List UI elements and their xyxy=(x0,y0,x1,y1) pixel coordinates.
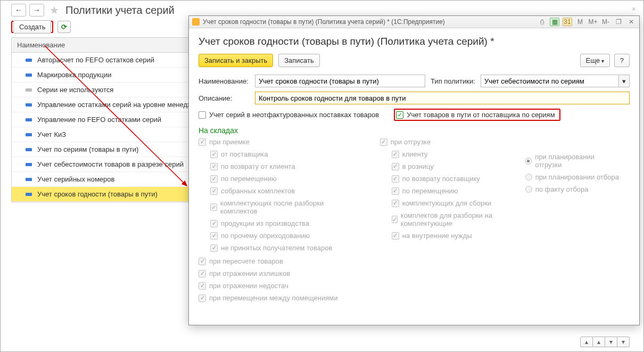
transit-check[interactable]: Учет товаров в пути от поставщика по сер… xyxy=(396,111,555,119)
disabled-check: при перемещении между помещениями xyxy=(199,294,620,302)
item-icon xyxy=(26,118,32,121)
window-title: Учет сроков годности (товары в пути) (По… xyxy=(203,18,445,26)
save-close-button[interactable]: Записать и закрыть xyxy=(199,54,273,67)
scroll-up-button[interactable]: ▴ xyxy=(593,337,605,347)
page-close-icon[interactable]: × xyxy=(632,5,636,13)
name-row: Наименование: Тип политики: ▾ xyxy=(199,75,630,87)
desc-row: Описание: xyxy=(199,92,630,104)
item-icon xyxy=(26,103,32,107)
disabled-radio: при планировании отгрузки xyxy=(525,153,620,169)
disabled-check: по перемещению xyxy=(210,175,349,183)
disabled-check: комплектующих для сборки xyxy=(392,199,494,207)
checkbox-icon xyxy=(199,282,206,290)
nav-back-button[interactable]: ← xyxy=(11,4,26,17)
checkbox-icon xyxy=(210,151,218,158)
calendar-icon[interactable]: 31 xyxy=(563,18,572,26)
scroll-bottom-button[interactable]: ▾ xyxy=(617,337,630,347)
radio-icon xyxy=(525,158,532,165)
disabled-check: по возврату от клиента xyxy=(210,162,349,170)
checkbox-icon xyxy=(199,258,206,265)
disabled-check: по прочему оприходованию xyxy=(210,232,349,240)
item-label: Управление остатками серий на уровне мен… xyxy=(37,101,192,109)
policy-type-dropdown-icon[interactable]: ▾ xyxy=(619,75,630,87)
item-icon xyxy=(26,59,32,62)
refresh-icon: ⟳ xyxy=(61,23,67,31)
name-label: Наименование: xyxy=(199,77,250,85)
policy-form-window: Учет сроков годности (товары в пути) (По… xyxy=(188,15,640,325)
highlight-create: Создать xyxy=(11,21,53,33)
checkbox-icon xyxy=(199,270,206,277)
checkbox-icon xyxy=(210,244,218,252)
item-label: Авторасчет по FEFO остатков серий xyxy=(37,56,154,64)
item-label: Учет сроков годности (товары в пути) xyxy=(37,190,158,198)
window-close-icon[interactable]: ✕ xyxy=(626,18,636,26)
form-body: Учет сроков годности (товары в пути) (По… xyxy=(189,28,639,325)
radio-icon xyxy=(525,186,532,193)
mem-m-button[interactable]: M xyxy=(575,18,585,26)
policy-type-input[interactable] xyxy=(481,75,619,87)
disabled-check: собранных комплектов xyxy=(210,187,349,195)
print-icon[interactable]: ⎙ xyxy=(537,18,547,26)
mem-mplus-button[interactable]: M+ xyxy=(588,18,598,26)
checkbox-icon xyxy=(392,200,399,207)
page-title: Политики учета серий xyxy=(65,4,175,17)
grid-scroll-controls: ▴ ▴ ▾ ▾ xyxy=(580,337,630,347)
favorite-icon[interactable]: ★ xyxy=(49,4,59,17)
unbilled-check[interactable]: Учет серий в неотфактурованных поставках… xyxy=(199,111,379,119)
item-label: Учет КиЗ xyxy=(37,130,66,138)
checkbox-icon xyxy=(210,163,218,170)
checkbox-icon xyxy=(380,138,387,146)
item-icon xyxy=(26,88,32,92)
scroll-down-button[interactable]: ▾ xyxy=(605,337,617,347)
checkbox-icon xyxy=(396,111,403,119)
save-button[interactable]: Записать xyxy=(278,54,320,67)
disabled-check: не принятых получателем товаров xyxy=(210,244,349,252)
disabled-check: на внутренние нужды xyxy=(392,232,494,240)
item-label: Серии не используются xyxy=(37,86,113,94)
checkbox-icon xyxy=(199,138,206,146)
disabled-check: по перемещению xyxy=(392,187,494,195)
disabled-check: комплектующих после разборки комплектов xyxy=(210,199,349,215)
command-bar: Записать и закрыть Записать Еще ? xyxy=(199,54,630,67)
nav-forward-button[interactable]: → xyxy=(29,4,44,17)
desc-label: Описание: xyxy=(199,94,250,102)
item-label: Учет по сериям (товары в пути) xyxy=(37,145,138,153)
checkbox-icon xyxy=(210,187,218,195)
disabled-check: продукции из производства xyxy=(210,219,349,227)
window-titlebar[interactable]: Учет сроков годности (товары в пути) (По… xyxy=(189,16,639,28)
checkbox-icon xyxy=(210,203,217,211)
item-icon xyxy=(26,163,32,166)
checkbox-icon xyxy=(392,232,399,240)
checkbox-icon xyxy=(210,232,218,240)
more-button[interactable]: Еще xyxy=(580,54,610,67)
disabled-check: от поставщика xyxy=(210,150,349,158)
warehouses-heading: На складах xyxy=(199,126,630,135)
item-icon xyxy=(26,133,32,136)
scroll-top-button[interactable]: ▴ xyxy=(580,337,593,347)
disabled-check: в розницу xyxy=(392,162,494,170)
disabled-check: клиенту xyxy=(392,150,494,158)
disabled-check: комплектов для разборки на комплектующие xyxy=(392,211,494,227)
item-icon xyxy=(26,193,32,196)
name-input[interactable] xyxy=(255,75,425,87)
window-restore-icon[interactable]: ❐ xyxy=(614,18,623,26)
disabled-check: при пересчете товаров xyxy=(199,257,620,265)
item-icon xyxy=(26,178,32,181)
calc-icon[interactable]: ▦ xyxy=(550,18,559,26)
mem-mminus-button[interactable]: M- xyxy=(601,18,610,26)
app-icon xyxy=(192,18,200,26)
help-button[interactable]: ? xyxy=(614,54,630,67)
create-button[interactable]: Создать xyxy=(13,20,51,34)
item-label: Учет себестоимости товаров в разрезе сер… xyxy=(37,160,184,168)
highlight-transit: Учет товаров в пути от поставщика по сер… xyxy=(394,109,560,121)
disabled-radio: по факту отбора xyxy=(525,185,620,193)
description-input[interactable] xyxy=(255,92,630,104)
item-label: Маркировка продукции xyxy=(37,71,112,79)
checkbox-icon xyxy=(392,216,398,223)
item-icon xyxy=(26,148,32,151)
refresh-button[interactable]: ⟳ xyxy=(57,21,71,33)
radio-icon xyxy=(525,174,532,181)
checkbox-icon xyxy=(392,175,399,183)
checkbox-icon xyxy=(210,220,218,227)
on-receipt-check: при приемке xyxy=(199,138,349,146)
